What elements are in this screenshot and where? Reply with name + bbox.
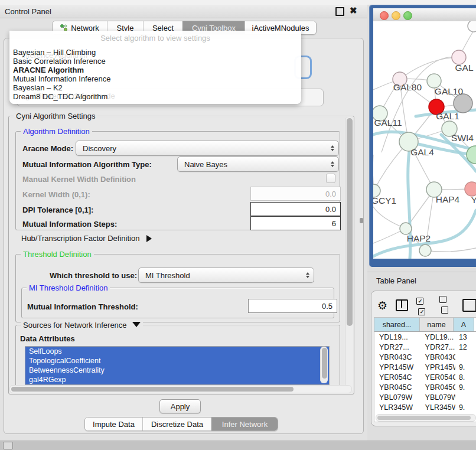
node-label: Y <box>471 195 476 205</box>
collapse-down-icon <box>132 322 141 327</box>
dpi-tolerance-input[interactable]: 0.0 <box>250 202 341 216</box>
mi-threshold-input[interactable]: 0.5 <box>248 299 337 313</box>
mi-steps-input[interactable]: 6 <box>250 216 341 230</box>
hub-definition-toggle[interactable]: Hub/Transcription Factor Definition <box>21 234 152 243</box>
table-row[interactable]: YBL079WYBL079W <box>374 392 476 402</box>
app-root: Control Panel ✖ NetworkStyleSelectCyni T… <box>0 0 476 450</box>
node-table: shared...nameA YDL19...YDL19...13YDR27..… <box>374 317 476 422</box>
attribute-item-selected[interactable]: TopologicalCoefficient <box>25 356 329 366</box>
table-cell: 12 <box>455 343 476 351</box>
float-window-icon[interactable] <box>335 7 344 16</box>
attribute-item-selected[interactable]: SelfLoops <box>25 347 329 356</box>
table-row[interactable]: YBR043CYBR043C <box>374 352 476 362</box>
node-label: HAP4 <box>436 194 460 204</box>
column-header-name[interactable]: name <box>420 318 454 331</box>
settings-horizontal-scrollbar[interactable] <box>9 385 352 393</box>
table-row[interactable]: YPR145WYPR145W9. <box>374 362 476 372</box>
algorithm-option[interactable]: Mutual Information Inference <box>9 74 301 83</box>
panel-title: Control Panel <box>5 7 51 16</box>
select-all-checked-icon[interactable]: ✓✓ <box>416 295 431 316</box>
gear-icon[interactable]: ⚙ <box>377 300 387 311</box>
zoom-traffic-light-icon[interactable] <box>403 11 412 20</box>
algorithm-dropdown-popup: Select algorithm to view settings Bayesi… <box>9 31 301 104</box>
settings-vertical-scrollbar[interactable] <box>345 117 353 392</box>
table-cell: 8. <box>455 373 476 381</box>
close-traffic-light-icon[interactable] <box>380 11 389 20</box>
list-scrollbar-thumb[interactable] <box>322 348 327 379</box>
table-cell: 9. <box>455 383 476 392</box>
table-panel-titlebar: Table Panel <box>367 272 476 289</box>
table-row[interactable]: YDR27...YDR27...12 <box>374 342 476 352</box>
which-threshold-label: Which threshold to use: <box>50 271 137 280</box>
hub-definition-label: Hub/Transcription Factor Definition <box>21 234 139 243</box>
node-label: GAL1 <box>436 111 459 121</box>
network-node-hap2[interactable] <box>400 223 412 234</box>
network-canvas[interactable]: GALGAL80GAL10GAL1GAL11SWI4GAL4GCY1HAP4YH… <box>373 21 476 259</box>
table-rows: YDL19...YDL19...13YDR27...YDR27...12YBR0… <box>374 332 476 413</box>
ghost-text-node-table: gal filtered.sif default node <box>25 92 115 100</box>
minimized-panel-icon[interactable] <box>3 442 13 449</box>
close-icon[interactable]: ✖ <box>350 5 357 16</box>
dropdown-placeholder: Select algorithm to view settings <box>9 34 301 42</box>
cyni-bottom-tabs: Impute DataDiscretize DataInfer Network <box>84 417 278 431</box>
dpi-tolerance-label: DPI Tolerance [0,1]: <box>22 206 93 214</box>
minimize-traffic-light-icon[interactable] <box>392 11 400 20</box>
data-attributes-label: Data Attributes <box>20 334 75 343</box>
manual-kernel-checkbox[interactable] <box>326 174 335 183</box>
table-cell: YBL079W <box>374 393 420 402</box>
apply-button[interactable]: Apply <box>159 399 201 413</box>
node-label: GAL10 <box>435 86 464 96</box>
splitter-handle[interactable] <box>360 218 363 223</box>
stepper-arrows-icon <box>327 161 338 167</box>
table-row[interactable]: YLR345WYLR345W9. <box>374 402 476 412</box>
algorithm-option[interactable]: Bayesian – K2 <box>9 83 301 92</box>
table-cell: YER054C <box>420 373 455 381</box>
data-attributes-list[interactable]: SelfLoopsTopologicalCoefficientBetweenne… <box>25 346 330 385</box>
expand-right-icon <box>146 235 152 242</box>
aracne-mode-select[interactable]: Discovery <box>76 141 339 156</box>
table-cell: YLR345W <box>374 403 420 412</box>
sources-toggle[interactable]: Sources for Network Inference <box>21 321 143 330</box>
group-title: Cyni Algorithm Settings <box>14 112 97 120</box>
column-header-A[interactable]: A <box>454 318 474 331</box>
group-title: Threshold Definition <box>21 250 94 259</box>
mi-threshold-label: Mutual Information Threshold: <box>27 302 138 311</box>
table-horizontal-scrollbar-thumb[interactable] <box>377 416 471 420</box>
column-header-shared[interactable]: shared... <box>374 318 420 331</box>
table-cell: 9. <box>455 363 476 371</box>
table-cell: YBL079W <box>420 393 455 402</box>
select-none-unchecked-icon[interactable] <box>439 295 454 316</box>
network-view-window: GALGAL80GAL10GAL1GAL11SWI4GAL4GCY1HAP4YH… <box>369 5 476 267</box>
ghost-text-inference-algorithm: Inference Algorithm <box>21 51 87 60</box>
list-scrollbar[interactable] <box>320 347 328 383</box>
table-row[interactable]: YBR045CYBR045C9. <box>374 382 476 392</box>
table-row[interactable]: YDL19...YDL19...13 <box>374 332 476 342</box>
document-icon[interactable] <box>462 299 476 312</box>
network-window-titlebar[interactable] <box>373 8 476 22</box>
node-label: GAL80 <box>393 82 422 92</box>
algorithm-option[interactable]: ARACNE Algorithm <box>9 66 301 74</box>
table-cell: YPR145W <box>374 363 420 371</box>
control-panel-titlebar: Control Panel ✖ <box>0 5 367 18</box>
settings-vertical-scrollbar-thumb[interactable] <box>347 118 353 326</box>
tab-impute-data[interactable]: Impute Data <box>85 418 142 431</box>
network-node[interactable] <box>454 94 472 113</box>
kernel-width-input[interactable]: 0.0 <box>250 187 341 201</box>
attribute-item-selected[interactable]: gal4RGexp <box>25 375 329 384</box>
tab-infer-network[interactable]: Infer Network <box>211 418 278 431</box>
table-cell: YBR043C <box>374 353 420 361</box>
group-title: MI Threshold Definition <box>27 283 110 292</box>
network-node[interactable] <box>468 21 476 32</box>
attribute-item-selected[interactable]: BetweennessCentrality <box>25 366 329 375</box>
network-node-y[interactable] <box>465 182 476 196</box>
network-node[interactable] <box>419 244 431 256</box>
split-columns-icon[interactable] <box>396 299 408 311</box>
tab-discretize-data[interactable]: Discretize Data <box>142 418 211 431</box>
table-row[interactable]: YIL052CYIL052C9 <box>374 412 476 413</box>
table-row[interactable]: YER054CYER054C8. <box>374 372 476 382</box>
table-horizontal-scrollbar[interactable] <box>376 414 476 422</box>
mi-algorithm-type-select[interactable]: Naive Bayes <box>177 156 339 172</box>
which-threshold-select[interactable]: MI Threshold <box>138 268 314 283</box>
settings-horizontal-scrollbar-thumb[interactable] <box>11 387 294 392</box>
table-cell: YDR27... <box>420 343 455 351</box>
